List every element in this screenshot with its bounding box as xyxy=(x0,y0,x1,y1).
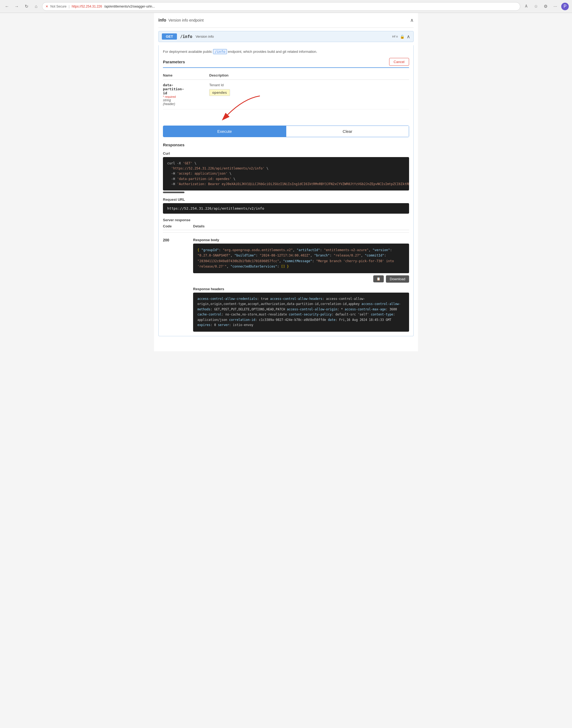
info-tag: /info xyxy=(213,49,227,54)
home-button[interactable]: ⌂ xyxy=(32,3,40,10)
response-row: 200 Response body { "groupId": "org.open… xyxy=(163,235,409,332)
profile-button[interactable]: P xyxy=(561,3,569,10)
endpoint-info-label: inf o xyxy=(392,35,398,38)
action-buttons: Execute Clear xyxy=(163,126,409,137)
request-url-label: Request URL xyxy=(163,197,409,202)
annotation-arrow xyxy=(190,93,271,126)
section-title: info Version info endpoint xyxy=(158,18,204,23)
curl-code-block: curl -X 'GET' \ 'https://52.254.31.226/a… xyxy=(163,157,409,191)
response-details: Response body { "groupId": "org.opengrou… xyxy=(193,238,409,332)
responses-title: Responses xyxy=(163,142,409,147)
response-code: 200 xyxy=(163,238,190,242)
download-button[interactable]: Download xyxy=(386,275,409,283)
cancel-button[interactable]: Cancel xyxy=(389,58,409,66)
col-name-header: Name xyxy=(163,73,206,77)
param-table-header: Name Description xyxy=(163,71,409,80)
endpoint-desc: Version info xyxy=(196,35,214,39)
reader-mode-button[interactable]: Ａ xyxy=(522,3,530,10)
page-content: info Version info endpoint ∧ GET /info V… xyxy=(154,13,418,351)
code-col-header: Code xyxy=(163,224,190,228)
info-text-after: endpoint, which provides build and git r… xyxy=(228,50,317,54)
response-headers-label: Response headers xyxy=(193,287,409,291)
responses-section: Responses Curl curl -X 'GET' \ 'https://… xyxy=(163,142,409,332)
section-title-bold: info xyxy=(158,18,166,23)
extensions-button[interactable]: ⚙ xyxy=(542,3,549,10)
copy-button[interactable]: 📋 xyxy=(373,275,384,282)
endpoint-actions: inf o 🔒 ∧ xyxy=(392,34,410,40)
response-table-header: Code Details xyxy=(163,224,409,230)
endpoint-expand-button[interactable]: ∧ xyxy=(407,34,410,40)
address-bar[interactable]: ✕ Not Secure | https://52.254.31.226 /ap… xyxy=(42,2,520,11)
lock-icon: 🔒 xyxy=(400,35,405,39)
url-red-part: https://52.254.31.226 xyxy=(72,5,102,8)
download-area: 📋 Download xyxy=(193,275,409,283)
details-col-header: Details xyxy=(193,224,409,228)
reload-button[interactable]: ↻ xyxy=(23,3,30,10)
method-badge: GET xyxy=(162,34,177,40)
response-body-code-block: { "groupId": "org.opengroup.osdu.entitle… xyxy=(193,244,409,273)
not-secure-label: Not Secure xyxy=(50,5,67,8)
url-normal-part: /api/entitlements/v2/swagger-ui/in... xyxy=(104,5,155,8)
scrollbar-indicator[interactable] xyxy=(163,192,185,193)
endpoint-panel: For deployment available public /info en… xyxy=(158,45,414,336)
section-collapse-button[interactable]: ∧ xyxy=(410,17,414,23)
more-options-button[interactable]: ··· xyxy=(552,3,559,10)
endpoint-path: /info xyxy=(180,34,192,39)
server-response-label: Server response xyxy=(163,218,409,222)
col-description-header: Description xyxy=(209,73,409,77)
endpoint-bar: GET /info Version info inf o 🔒 ∧ xyxy=(158,31,414,42)
info-text-before: For deployment available public xyxy=(163,50,212,54)
section-header: info Version info endpoint ∧ xyxy=(158,13,414,28)
bookmark-button[interactable]: ☆ xyxy=(532,3,540,10)
execute-button[interactable]: Execute xyxy=(163,126,286,137)
endpoint-info-text: For deployment available public /info en… xyxy=(163,50,409,54)
parameters-header: Parameters Cancel xyxy=(163,58,409,68)
response-headers-block: access-control-allow-credentials: true a… xyxy=(193,292,409,332)
clear-button[interactable]: Clear xyxy=(286,126,409,137)
back-button[interactable]: ← xyxy=(3,3,11,10)
section-title-desc: Version info endpoint xyxy=(168,18,204,22)
parameters-title: Parameters xyxy=(163,60,185,64)
browser-chrome: ← → ↻ ⌂ ✕ Not Secure | https://52.254.31… xyxy=(0,0,572,13)
request-url-display: https://52.254.31.226/api/entitlements/v… xyxy=(163,203,409,214)
curl-label: Curl xyxy=(163,151,409,155)
security-error-icon: ✕ xyxy=(46,5,48,8)
response-body-label: Response body xyxy=(193,238,409,242)
forward-button[interactable]: → xyxy=(13,3,20,10)
param-desc: Tenant Id xyxy=(209,83,409,87)
